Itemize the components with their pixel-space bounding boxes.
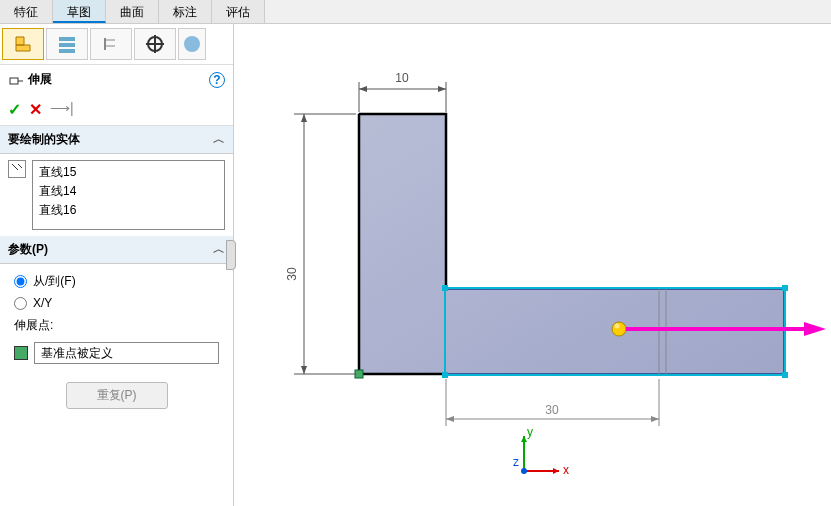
tab-annotation[interactable]: 标注: [159, 0, 212, 23]
svg-point-33: [615, 324, 620, 329]
extend-icon: [8, 72, 24, 88]
params-body: 从/到(F) X/Y 伸展点: 重复(P): [0, 264, 233, 429]
svg-rect-26: [782, 285, 788, 291]
svg-text:z: z: [513, 455, 519, 469]
action-row: ✓ ✕ ⟶|: [0, 94, 233, 126]
chevron-up-icon[interactable]: ︿: [213, 131, 225, 148]
ok-button[interactable]: ✓: [8, 100, 21, 119]
entity-list[interactable]: 直线15 直线14 直线16: [32, 160, 225, 230]
radio-fromto[interactable]: [14, 275, 27, 288]
svg-point-32: [612, 322, 626, 336]
base-point-row: [14, 338, 219, 368]
section-entities-header[interactable]: 要绘制的实体 ︿: [0, 126, 233, 154]
help-icon[interactable]: ?: [209, 72, 225, 88]
section-entities-label: 要绘制的实体: [8, 131, 80, 148]
dimxpert-icon[interactable]: [134, 28, 176, 60]
svg-point-21: [184, 36, 200, 52]
svg-marker-46: [301, 366, 307, 374]
command-tabs: 特征 草图 曲面 标注 评估: [0, 0, 831, 24]
pin-button[interactable]: ⟶|: [50, 100, 74, 119]
panel-collapse-toggle[interactable]: [226, 240, 236, 270]
radio-fromto-row: 从/到(F): [14, 270, 219, 293]
svg-rect-25: [442, 285, 448, 291]
svg-text:x: x: [563, 463, 569, 477]
repeat-button[interactable]: 重复(P): [66, 382, 168, 409]
svg-text:30: 30: [285, 267, 299, 281]
list-item[interactable]: 直线16: [35, 201, 222, 220]
graphics-area[interactable]: 10 30 30 x y z: [234, 24, 831, 506]
svg-marker-55: [553, 468, 559, 474]
svg-rect-29: [355, 370, 363, 378]
svg-marker-52: [651, 416, 659, 422]
svg-rect-14: [59, 49, 75, 53]
svg-marker-39: [359, 86, 367, 92]
panel-mode-row: [0, 24, 233, 65]
radio-fromto-label: 从/到(F): [33, 273, 76, 290]
svg-text:y: y: [527, 426, 533, 439]
property-manager-icon[interactable]: [46, 28, 88, 60]
list-item[interactable]: 直线15: [35, 163, 222, 182]
svg-marker-35: [804, 322, 826, 336]
feature-manager-icon[interactable]: [2, 28, 44, 60]
svg-rect-27: [442, 372, 448, 378]
section-params-header[interactable]: 参数(P) ︿: [0, 236, 233, 264]
base-point-input[interactable]: [34, 342, 219, 364]
svg-marker-40: [438, 86, 446, 92]
svg-text:10: 10: [395, 71, 409, 85]
tab-sketch[interactable]: 草图: [53, 0, 106, 23]
radio-xy-row: X/Y: [14, 293, 219, 313]
radio-xy-label: X/Y: [33, 296, 52, 310]
view-triad[interactable]: x y z: [509, 426, 569, 486]
more-panels-icon[interactable]: [178, 28, 206, 60]
feature-header: 伸展 ?: [0, 65, 233, 94]
extend-point-label: 伸展点:: [14, 313, 219, 338]
svg-rect-12: [59, 37, 75, 41]
svg-rect-13: [59, 43, 75, 47]
svg-point-60: [521, 468, 527, 474]
chevron-up-icon[interactable]: ︿: [213, 241, 225, 258]
svg-marker-45: [301, 114, 307, 122]
config-manager-icon[interactable]: [90, 28, 132, 60]
svg-rect-22: [10, 78, 18, 84]
point-color-icon: [14, 346, 28, 360]
svg-marker-51: [446, 416, 454, 422]
svg-text:30: 30: [545, 403, 559, 417]
svg-rect-28: [782, 372, 788, 378]
tab-feature[interactable]: 特征: [0, 0, 53, 23]
entities-row: 直线15 直线14 直线16: [0, 154, 233, 236]
selection-filter-icon[interactable]: [8, 160, 26, 178]
cancel-button[interactable]: ✕: [29, 100, 42, 119]
tab-evaluate[interactable]: 评估: [212, 0, 265, 23]
radio-xy[interactable]: [14, 297, 27, 310]
section-params-label: 参数(P): [8, 241, 48, 258]
tab-surface[interactable]: 曲面: [106, 0, 159, 23]
property-panel: 伸展 ? ✓ ✕ ⟶| 要绘制的实体 ︿ 直线15 直线14 直线16 参数(P…: [0, 24, 234, 506]
list-item[interactable]: 直线14: [35, 182, 222, 201]
feature-title-text: 伸展: [28, 71, 52, 88]
